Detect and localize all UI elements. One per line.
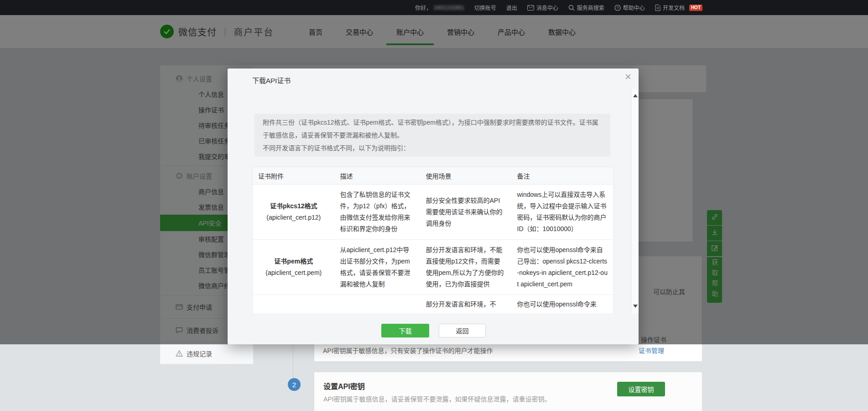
table-header-row: 证书附件 描述 使用场景 备注 (253, 167, 614, 184)
back-button[interactable]: 返回 (439, 324, 486, 337)
cert-manage-link[interactable]: 证书管理 (639, 346, 664, 355)
greeting-account: 你好，2402102851 (415, 4, 464, 11)
cert-intro-paragraph-2: 不同开发语言下的证书格式不同，以下为说明指引： (263, 142, 602, 154)
cell-cert-name: 证书pkcs12格式 (apiclient_cert.p12) (253, 184, 335, 240)
cell-cert-name: 证书pem格式 (apiclient_cert.pem) (253, 240, 335, 295)
scroll-up-arrow-icon[interactable] (633, 94, 638, 97)
col-header-scenario: 使用场景 (421, 167, 512, 184)
cell-remark: 你也可以使用openssl命令来自己导出：openssl pkcs12-clce… (512, 240, 614, 295)
sidebar-item-violation-record[interactable]: 违规记录 (160, 344, 253, 363)
set-api-key-card: 设置API密钥 API密钥属于敏感信息，请妥善保管不要泄露，如果怀疑信息泄露，请… (314, 372, 702, 411)
modal-footer: 下载 返回 (228, 313, 639, 344)
cell-scenario: 部分安全性要求较高的API需要使用该证书来确认你的调用身份 (421, 184, 512, 240)
cell-scenario: 部分开发语言和环境，不能直接使用p12文件，而需要使用pem,所以为了方便你的使… (421, 240, 512, 295)
search-icon (568, 5, 575, 11)
cert-intro-box: 附件共三份（证书pkcs12格式、证书pem格式、证书密钥pem格式），为接口中… (255, 114, 610, 157)
greeting-text: 你好， (415, 4, 431, 11)
set-api-key-desc: API密钥属于敏感信息，请妥善保管不要泄露，如果怀疑信息泄露，请重设密钥。 (323, 394, 551, 403)
step-2-badge: 2 (288, 378, 301, 391)
help-center-link[interactable]: ? 帮助中心 (614, 4, 645, 11)
cell-description: 从apiclient_cert.p12中导出证书部分文件，为pem格式，请妥善保… (335, 240, 421, 295)
set-api-key-button[interactable]: 设置密钥 (617, 382, 665, 396)
cell-cert-filename: (apiclient_cert.p12) (258, 212, 329, 223)
table-row: 部分开发语言和环境，不 你也可以使用openssl命令来 (253, 295, 614, 314)
cell-description (335, 295, 421, 314)
svg-text:?: ? (616, 5, 619, 10)
col-header-remark: 备注 (512, 167, 614, 184)
table-row: 证书pkcs12格式 (apiclient_cert.p12) 包含了私钥信息的… (253, 184, 614, 240)
account-number: 2402102851 (434, 5, 464, 11)
table-row: 证书pem格式 (apiclient_cert.pem) 从apiclient_… (253, 240, 614, 295)
screen: 你好，2402102851 切换账号 退出 消息中心 服务商搜索 ? 帮助中心 … (0, 0, 868, 411)
download-button[interactable]: 下载 (381, 324, 429, 337)
cell-scenario: 部分开发语言和环境，不 (421, 295, 512, 314)
topbar: 你好，2402102851 切换账号 退出 消息中心 服务商搜索 ? 帮助中心 … (0, 0, 868, 15)
cell-remark: 你也可以使用openssl命令来 (512, 295, 614, 314)
sp-search-link[interactable]: 服务商搜索 (568, 4, 604, 11)
switch-account-link[interactable]: 切换账号 (474, 4, 496, 11)
set-api-key-title: 设置API密钥 (323, 380, 365, 391)
modal-title: 下载API证书 (252, 75, 291, 85)
modal-scroll-area: 附件共三份（证书pkcs12格式、证书pem格式、证书密钥pem格式），为接口中… (228, 89, 631, 313)
api-key-note: API密钥属于敏感信息，只有安装了操作证书的用户才能操作 (323, 346, 493, 355)
modal-scrollbar[interactable] (631, 89, 639, 313)
close-icon[interactable]: × (625, 71, 631, 82)
download-api-cert-modal: 下载API证书 × 附件共三份（证书pkcs12格式、证书pem格式、证书密钥p… (228, 68, 639, 344)
hot-badge: HOT (689, 5, 702, 11)
cell-cert-filename: (apiclient_cert.pem) (258, 267, 329, 279)
cert-format-table: 证书附件 描述 使用场景 备注 证书pkcs12格式 (apiclient_ce… (252, 167, 614, 313)
logout-link[interactable]: 退出 (506, 4, 517, 11)
col-header-attachment: 证书附件 (253, 167, 335, 184)
cell-description: 包含了私钥信息的证书文件，为p12（pfx）格式，由微信支付签发给你用来标识和界… (335, 184, 421, 240)
cell-cert-name (253, 295, 335, 314)
cell-remark: windows上可以直接双击导入系统，导入过程中会提示输入证书密码，证书密码默认… (512, 184, 614, 240)
col-header-description: 描述 (335, 167, 421, 184)
cert-intro-paragraph-1: 附件共三份（证书pkcs12格式、证书pem格式、证书密钥pem格式），为接口中… (263, 116, 602, 142)
question-circle-icon: ? (614, 5, 621, 11)
document-icon (655, 5, 660, 11)
dev-docs-link[interactable]: 开发文档 HOT (655, 4, 702, 11)
envelope-icon (527, 5, 534, 11)
message-center-link[interactable]: 消息中心 (527, 4, 558, 11)
warning-triangle-icon (176, 350, 183, 357)
scroll-down-arrow-icon[interactable] (633, 305, 638, 308)
